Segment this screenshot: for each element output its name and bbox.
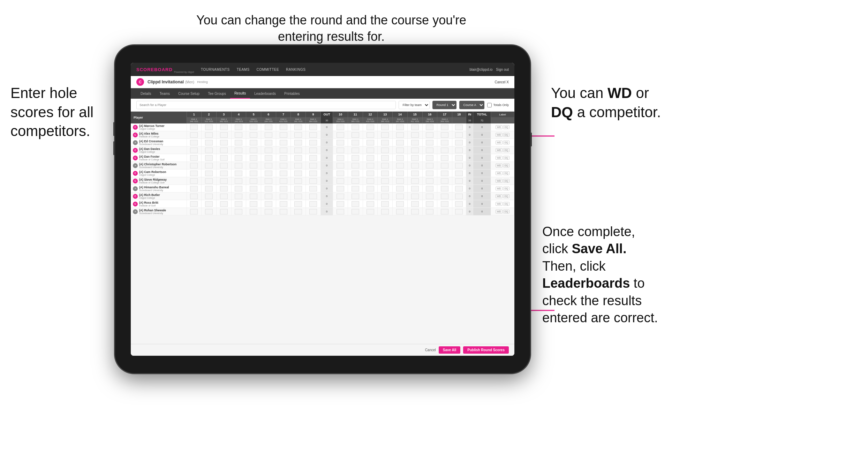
score-input-hole-15[interactable] xyxy=(411,194,419,199)
score-input-hole-15[interactable] xyxy=(411,186,419,191)
hole-1-input-row-0[interactable] xyxy=(187,123,202,131)
hole-16-input-row-0[interactable] xyxy=(422,123,437,131)
score-input-hole-4[interactable] xyxy=(235,201,242,207)
score-input-hole-1[interactable] xyxy=(190,148,198,153)
dq-button[interactable]: DQ xyxy=(503,187,510,190)
score-input-hole-12[interactable] xyxy=(367,148,374,153)
score-input-hole-18[interactable] xyxy=(455,140,463,145)
hole-13-input-row-9[interactable] xyxy=(378,193,393,200)
score-input-hole-1[interactable] xyxy=(190,163,198,168)
wd-button[interactable]: WD xyxy=(496,156,503,160)
hole-15-input-row-8[interactable] xyxy=(407,185,422,193)
score-input-hole-15[interactable] xyxy=(411,201,419,207)
score-input-hole-10[interactable] xyxy=(337,148,344,153)
dq-button[interactable]: DQ xyxy=(503,210,510,213)
hole-14-input-row-4[interactable] xyxy=(393,154,408,162)
hole-3-input-row-2[interactable] xyxy=(216,139,231,146)
score-input-hole-6[interactable] xyxy=(265,186,272,191)
hole-17-input-row-6[interactable] xyxy=(437,170,452,177)
hole-17-input-row-7[interactable] xyxy=(437,177,452,185)
hole-16-input-row-4[interactable] xyxy=(422,154,437,162)
dq-button[interactable]: DQ xyxy=(503,164,510,167)
hole-15-input-row-7[interactable] xyxy=(407,177,422,185)
score-input-hole-5[interactable] xyxy=(250,163,257,168)
score-input-hole-2[interactable] xyxy=(205,209,213,214)
score-input-hole-10[interactable] xyxy=(337,132,344,138)
score-input-hole-2[interactable] xyxy=(205,125,213,130)
dq-button[interactable]: DQ xyxy=(503,125,510,129)
hole-4-input-row-0[interactable] xyxy=(231,123,246,131)
score-input-hole-3[interactable] xyxy=(220,163,228,168)
hole-8-input-row-0[interactable] xyxy=(291,123,306,131)
hole-3-input-row-8[interactable] xyxy=(216,185,231,193)
hole-7-input-row-0[interactable] xyxy=(276,123,291,131)
score-input-hole-5[interactable] xyxy=(250,209,257,214)
hole-5-input-row-9[interactable] xyxy=(246,193,261,200)
hole-4-input-row-7[interactable] xyxy=(231,177,246,185)
footer-cancel-button[interactable]: Cancel xyxy=(425,348,436,352)
tab-details[interactable]: Details xyxy=(136,88,156,99)
hole-9-input-row-8[interactable] xyxy=(306,185,321,193)
score-input-hole-11[interactable] xyxy=(352,201,359,207)
score-input-hole-13[interactable] xyxy=(381,194,389,199)
score-input-hole-3[interactable] xyxy=(220,148,228,153)
hole-11-input-row-2[interactable] xyxy=(348,139,363,146)
hole-2-input-row-1[interactable] xyxy=(202,131,217,139)
hole-9-input-row-2[interactable] xyxy=(306,139,321,146)
score-input-hole-16[interactable] xyxy=(426,171,433,176)
score-input-hole-13[interactable] xyxy=(381,125,389,130)
hole-2-input-row-10[interactable] xyxy=(202,200,217,208)
hole-3-input-row-3[interactable] xyxy=(216,146,231,154)
hole-14-input-row-3[interactable] xyxy=(393,146,408,154)
score-input-hole-17[interactable] xyxy=(441,148,448,153)
hole-16-input-row-3[interactable] xyxy=(422,146,437,154)
hole-9-input-row-7[interactable] xyxy=(306,177,321,185)
nav-rankings[interactable]: RANKINGS xyxy=(286,68,305,71)
score-input-hole-2[interactable] xyxy=(205,201,213,207)
score-input-hole-17[interactable] xyxy=(441,178,448,184)
score-input-hole-3[interactable] xyxy=(220,178,228,184)
hole-6-input-row-3[interactable] xyxy=(261,146,276,154)
score-input-hole-16[interactable] xyxy=(426,148,433,153)
hole-12-input-row-4[interactable] xyxy=(363,154,378,162)
hole-15-input-row-6[interactable] xyxy=(407,170,422,177)
score-input-hole-8[interactable] xyxy=(294,155,302,161)
hole-12-input-row-9[interactable] xyxy=(363,193,378,200)
hole-9-input-row-11[interactable] xyxy=(306,208,321,216)
hole-5-input-row-0[interactable] xyxy=(246,123,261,131)
score-input-hole-2[interactable] xyxy=(205,163,213,168)
score-input-hole-14[interactable] xyxy=(396,163,404,168)
score-input-hole-13[interactable] xyxy=(381,132,389,138)
score-input-hole-5[interactable] xyxy=(250,125,257,130)
score-input-hole-2[interactable] xyxy=(205,186,213,191)
score-input-hole-12[interactable] xyxy=(367,155,374,161)
course-select[interactable]: Course A xyxy=(459,101,484,109)
score-input-hole-10[interactable] xyxy=(337,155,344,161)
hole-18-input-row-6[interactable] xyxy=(452,170,466,177)
score-input-hole-2[interactable] xyxy=(205,132,213,138)
score-input-hole-15[interactable] xyxy=(411,209,419,214)
score-input-hole-4[interactable] xyxy=(235,186,242,191)
score-input-hole-9[interactable] xyxy=(309,125,317,130)
hole-1-input-row-8[interactable] xyxy=(187,185,202,193)
hole-3-input-row-9[interactable] xyxy=(216,193,231,200)
score-input-hole-7[interactable] xyxy=(280,155,287,161)
hole-6-input-row-0[interactable] xyxy=(261,123,276,131)
hole-12-input-row-6[interactable] xyxy=(363,170,378,177)
wd-button[interactable]: WD xyxy=(496,202,503,206)
score-input-hole-16[interactable] xyxy=(426,201,433,207)
hole-14-input-row-10[interactable] xyxy=(393,200,408,208)
score-input-hole-9[interactable] xyxy=(309,132,317,138)
hole-7-input-row-9[interactable] xyxy=(276,193,291,200)
hole-5-input-row-4[interactable] xyxy=(246,154,261,162)
score-input-hole-8[interactable] xyxy=(294,125,302,130)
hole-12-input-row-3[interactable] xyxy=(363,146,378,154)
score-input-hole-12[interactable] xyxy=(367,132,374,138)
score-input-hole-4[interactable] xyxy=(235,155,242,161)
score-input-hole-4[interactable] xyxy=(235,148,242,153)
score-input-hole-6[interactable] xyxy=(265,178,272,184)
score-input-hole-6[interactable] xyxy=(265,148,272,153)
score-input-hole-6[interactable] xyxy=(265,125,272,130)
hole-15-input-row-9[interactable] xyxy=(407,193,422,200)
score-input-hole-5[interactable] xyxy=(250,148,257,153)
